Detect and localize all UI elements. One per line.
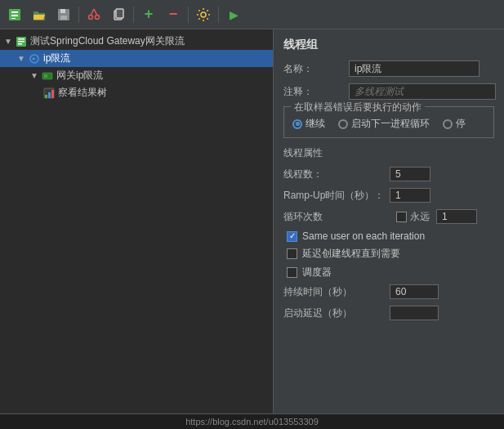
results-icon	[42, 87, 56, 100]
cut-button[interactable]	[83, 3, 105, 26]
thread-count-row: 线程数：	[283, 167, 494, 181]
delay-thread-row: 延迟创建线程直到需要	[283, 247, 494, 261]
svg-rect-14	[18, 38, 25, 40]
comment-row: 注释：	[283, 83, 494, 100]
duration-row: 持续时间（秒）	[283, 284, 494, 299]
radio-stop-circle	[443, 119, 453, 129]
svg-rect-3	[11, 18, 16, 19]
loop-count-input[interactable]	[436, 209, 477, 224]
open-button[interactable]	[28, 3, 51, 26]
loop-count-label: 循环次数	[283, 210, 390, 224]
ramp-up-row: Ramp-Up时间（秒）：	[283, 188, 494, 203]
startup-delay-row: 启动延迟（秒）	[283, 306, 494, 320]
tree-item-test-plan[interactable]: ▼ 测试SpringCloud Gateway网关限流	[0, 33, 273, 50]
thread-props-section: 线程属性 线程数： Ramp-Up时间（秒）： 循环次数 永远 Sa	[283, 146, 494, 320]
ramp-up-label: Ramp-Up时间（秒）：	[283, 189, 390, 203]
name-row: 名称：	[283, 60, 494, 77]
startup-delay-label: 启动延迟（秒）	[283, 306, 390, 320]
svg-rect-1	[11, 11, 18, 13]
radio-next-loop[interactable]: 启动下一进程循环	[338, 117, 430, 131]
thread-group-label: ip限流	[43, 51, 70, 65]
svg-point-10	[96, 15, 100, 19]
name-label: 名称：	[283, 62, 349, 76]
expand-icon-test-plan: ▼	[3, 37, 13, 47]
loop-forever-label: 永远	[410, 210, 430, 224]
radio-continue-circle	[292, 119, 302, 129]
radio-next-loop-circle	[338, 119, 348, 129]
bottom-bar-text: https://blog.csdn.net/u013553309	[185, 417, 319, 427]
test-plan-label: 测试SpringCloud Gateway网关限流	[30, 34, 185, 48]
separator-4	[218, 7, 219, 23]
startup-delay-input[interactable]	[390, 306, 439, 320]
test-plan-icon	[15, 35, 28, 48]
comment-label: 注释：	[283, 85, 349, 99]
thread-count-input[interactable]	[390, 167, 430, 181]
svg-rect-6	[60, 16, 67, 20]
svg-rect-15	[18, 41, 25, 42]
copy-button[interactable]	[107, 3, 130, 26]
loop-count-row: 循环次数 永远	[283, 209, 494, 224]
delay-thread-label: 延迟创建线程直到需要	[302, 247, 400, 261]
radio-continue[interactable]: 继续	[292, 117, 325, 131]
expand-icon-thread-group: ▼	[16, 54, 26, 64]
toolbar: + − ▶	[0, 0, 504, 29]
scheduler-checkbox[interactable]	[287, 267, 297, 278]
radio-continue-label: 继续	[306, 117, 325, 131]
gateway-label: 网关ip限流	[56, 69, 103, 83]
thread-props-title: 线程属性	[283, 146, 494, 160]
results-label: 察看结果树	[58, 86, 107, 100]
svg-rect-16	[18, 43, 22, 45]
separator-3	[188, 7, 189, 23]
config-button[interactable]	[192, 3, 215, 26]
separator-1	[78, 7, 79, 23]
comment-input[interactable]	[349, 83, 496, 100]
tree-item-results[interactable]: 察看结果树	[0, 84, 273, 101]
add-button[interactable]: +	[137, 3, 160, 26]
name-input[interactable]	[349, 60, 479, 77]
radio-group: 继续 启动下一进程循环 停	[292, 114, 485, 131]
start-button[interactable]: ▶	[222, 3, 245, 26]
save-button[interactable]	[52, 3, 75, 26]
svg-rect-22	[48, 92, 51, 98]
duration-label: 持续时间（秒）	[283, 285, 390, 299]
sampler-error-legend: 在取样器错误后要执行的动作	[291, 101, 425, 114]
right-panel: 线程组 名称： 注释： 在取样器错误后要执行的动作 继续 启动下一进程循环	[274, 29, 504, 429]
thread-count-label: 线程数：	[283, 168, 390, 181]
ramp-up-input[interactable]	[390, 188, 430, 203]
tree-item-thread-group[interactable]: ▼ ip限流	[0, 50, 273, 67]
radio-next-loop-label: 启动下一进程循环	[351, 117, 430, 131]
bottom-bar: https://blog.csdn.net/u013553309	[0, 413, 504, 429]
new-test-plan-button[interactable]	[3, 3, 26, 26]
thread-group-icon	[28, 52, 41, 65]
same-user-row: Same user on each iteration	[283, 230, 494, 242]
scheduler-label: 调度器	[302, 266, 332, 279]
loop-forever-checkbox[interactable]	[396, 212, 407, 222]
svg-line-8	[94, 9, 97, 16]
gateway-icon	[41, 69, 54, 83]
delay-thread-checkbox[interactable]	[287, 248, 297, 259]
svg-rect-19	[44, 74, 47, 78]
svg-rect-23	[51, 90, 54, 98]
sampler-error-box: 在取样器错误后要执行的动作 继续 启动下一进程循环 停	[283, 106, 494, 138]
svg-rect-21	[45, 95, 47, 98]
main-container: ▼ 测试SpringCloud Gateway网关限流 ▼ ip限流 ▼	[0, 29, 504, 429]
svg-rect-12	[116, 9, 123, 18]
scheduler-row: 调度器	[283, 266, 494, 279]
same-user-label: Same user on each iteration	[302, 230, 425, 242]
svg-line-7	[91, 9, 94, 16]
svg-rect-5	[60, 9, 65, 13]
svg-rect-2	[11, 15, 18, 16]
left-panel: ▼ 测试SpringCloud Gateway网关限流 ▼ ip限流 ▼	[0, 29, 274, 429]
expand-icon-gateway: ▼	[29, 71, 39, 81]
same-user-checkbox[interactable]	[287, 231, 297, 242]
svg-point-9	[89, 15, 93, 19]
remove-button[interactable]: −	[162, 3, 185, 26]
tree-item-gateway[interactable]: ▼ 网关ip限流	[0, 67, 273, 84]
section-title: 线程组	[283, 38, 494, 52]
radio-stop[interactable]: 停	[443, 117, 466, 131]
tree-view: ▼ 测试SpringCloud Gateway网关限流 ▼ ip限流 ▼	[0, 29, 273, 429]
separator-2	[133, 7, 134, 23]
duration-input[interactable]	[390, 284, 439, 299]
radio-stop-label: 停	[456, 117, 466, 131]
